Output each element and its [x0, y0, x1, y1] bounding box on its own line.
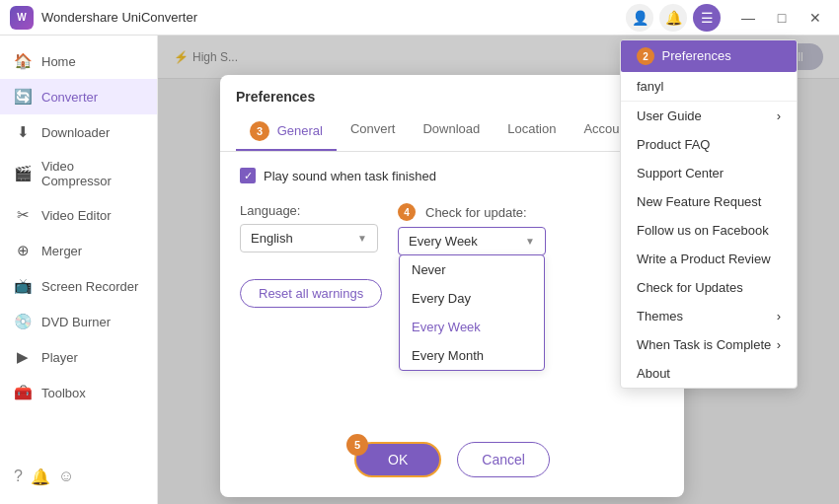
dropdown-option-every-day[interactable]: Every Day — [400, 284, 544, 313]
check-update-group: 4 Check for update: Every Week ▼ Never E… — [398, 203, 546, 255]
language-caret-icon: ▼ — [357, 233, 367, 244]
checkbox-row: ✓ Play sound when task finished — [240, 168, 664, 183]
preferences-dialog: Preferences ✕ 3 General Convert Download… — [220, 75, 684, 497]
check-update-label: Check for update: — [425, 205, 527, 220]
context-menu-about[interactable]: About — [621, 359, 797, 388]
app-logo: W — [10, 6, 34, 30]
language-value: English — [251, 231, 293, 246]
check-update-label-row: 4 Check for update: — [398, 203, 546, 221]
sidebar: 🏠 Home 🔄 Converter ⬇ Downloader 🎬 Video … — [0, 36, 158, 504]
context-menu-check-updates[interactable]: Check for Updates — [621, 273, 797, 302]
sidebar-item-label: Downloader — [41, 125, 110, 140]
sidebar-item-label: Converter — [41, 90, 98, 105]
sidebar-item-home[interactable]: 🏠 Home — [0, 43, 157, 79]
check-update-caret-icon: ▼ — [525, 236, 535, 247]
context-menu-follow-facebook[interactable]: Follow us on Facebook — [621, 216, 797, 245]
tab-download[interactable]: Download — [409, 113, 494, 151]
menu-icon[interactable]: ☰ — [693, 4, 721, 32]
sidebar-item-label: Screen Recorder — [41, 279, 138, 294]
tab-convert[interactable]: Convert — [337, 113, 410, 151]
bell-icon[interactable]: 🔔 — [31, 468, 50, 486]
play-sound-checkbox[interactable]: ✓ — [240, 168, 256, 183]
sidebar-bottom: ? 🔔 ☺ — [0, 458, 157, 496]
screen-recorder-icon: 📺 — [14, 277, 32, 295]
tab-general[interactable]: 3 General — [236, 113, 337, 151]
ok-num-badge: 5 — [346, 434, 368, 456]
app-body: 🏠 Home 🔄 Converter ⬇ Downloader 🎬 Video … — [0, 36, 839, 504]
form-row: Language: English ▼ 4 Check for update: — [240, 203, 664, 255]
maximize-button[interactable]: □ — [768, 8, 796, 28]
sidebar-item-merger[interactable]: ⊕ Merger — [0, 233, 157, 268]
ok-button[interactable]: 5 OK — [354, 442, 441, 477]
sidebar-item-video-editor[interactable]: ✂ Video Editor — [0, 197, 157, 233]
cancel-button[interactable]: Cancel — [457, 442, 550, 477]
downloader-icon: ⬇ — [14, 123, 32, 141]
player-icon: ▶ — [14, 348, 32, 366]
sidebar-item-label: Player — [41, 350, 78, 365]
context-menu-write-review[interactable]: Write a Product Review — [621, 245, 797, 273]
sidebar-item-label: Merger — [41, 244, 82, 258]
title-bar: W Wondershare UniConverter 👤 🔔 ☰ — □ ✕ — [0, 0, 839, 36]
sidebar-item-converter[interactable]: 🔄 Converter — [0, 79, 157, 114]
dialog-body: ✓ Play sound when task finished Language… — [220, 152, 684, 324]
task-arrow-icon: › — [777, 337, 781, 352]
sidebar-item-downloader[interactable]: ⬇ Downloader — [0, 114, 157, 150]
arrow-icon: › — [777, 108, 781, 123]
context-menu-when-task-complete[interactable]: When Task is Complete › — [621, 330, 797, 359]
context-menu-support-center[interactable]: Support Center — [621, 159, 797, 187]
sidebar-item-label: Toolbox — [41, 386, 86, 400]
check-update-value: Every Week — [409, 234, 478, 249]
sidebar-item-toolbox[interactable]: 🧰 Toolbox — [0, 375, 157, 410]
dialog-footer: 5 OK Cancel — [220, 442, 684, 477]
minimize-button[interactable]: — — [734, 8, 762, 28]
reset-warnings-button[interactable]: Reset all warnings — [240, 279, 382, 308]
video-editor-icon: ✂ — [14, 206, 32, 224]
language-group: Language: English ▼ — [240, 203, 378, 252]
check-update-num-badge: 4 — [398, 203, 416, 221]
help-icon[interactable]: ? — [14, 468, 23, 486]
close-button[interactable]: ✕ — [801, 8, 829, 28]
sidebar-item-label: Video Compressor — [41, 159, 143, 188]
tab-general-num: 3 — [250, 121, 269, 141]
sidebar-item-video-compressor[interactable]: 🎬 Video Compressor — [0, 150, 157, 197]
play-sound-label: Play sound when task finished — [264, 169, 436, 183]
merger-icon: ⊕ — [14, 242, 32, 259]
check-update-dropdown: Never Every Day Every Week Every Month — [399, 254, 545, 371]
context-menu: 2 Preferences fanyl User Guide › Product… — [620, 39, 798, 389]
header-icons: 👤 🔔 ☰ — [626, 4, 721, 32]
dropdown-option-never[interactable]: Never — [400, 255, 544, 284]
sidebar-item-dvd-burner[interactable]: 💿 DVD Burner — [0, 304, 157, 339]
themes-arrow-icon: › — [777, 309, 781, 324]
emoji-icon[interactable]: ☺ — [58, 468, 74, 486]
window-controls: — □ ✕ — [734, 8, 829, 28]
dropdown-option-every-week[interactable]: Every Week — [400, 313, 544, 341]
context-menu-preferences[interactable]: 2 Preferences — [621, 40, 797, 72]
dvd-burner-icon: 💿 — [14, 313, 32, 330]
sidebar-item-screen-recorder[interactable]: 📺 Screen Recorder — [0, 268, 157, 304]
sidebar-item-label: Video Editor — [41, 208, 112, 223]
dropdown-option-every-month[interactable]: Every Month — [400, 341, 544, 370]
context-menu-themes[interactable]: Themes › — [621, 302, 797, 330]
language-label: Language: — [240, 203, 378, 218]
context-menu-product-faq[interactable]: Product FAQ — [621, 130, 797, 159]
main-content: ⚡ High S... Start All Preferences ✕ 3 Ge… — [158, 36, 839, 504]
sidebar-item-label: Home — [41, 54, 76, 69]
notification-icon[interactable]: 🔔 — [659, 4, 687, 32]
converter-icon: 🔄 — [14, 88, 32, 106]
context-menu-fanyl[interactable]: fanyl — [621, 72, 797, 101]
sidebar-item-label: DVD Burner — [41, 315, 111, 329]
dialog-tabs: 3 General Convert Download Location Acco… — [220, 113, 684, 152]
user-icon[interactable]: 👤 — [626, 4, 653, 32]
language-select[interactable]: English ▼ — [240, 224, 378, 252]
tab-location[interactable]: Location — [494, 113, 570, 151]
context-menu-user-guide[interactable]: User Guide › — [621, 101, 797, 130]
toolbox-icon: 🧰 — [14, 384, 32, 401]
context-menu-new-feature[interactable]: New Feature Request — [621, 187, 797, 216]
check-update-select[interactable]: Every Week ▼ Never Every Day Every Week … — [398, 227, 546, 255]
dialog-header: Preferences ✕ — [220, 75, 684, 106]
home-icon: 🏠 — [14, 52, 32, 70]
video-compressor-icon: 🎬 — [14, 165, 32, 182]
dialog-title: Preferences — [236, 89, 315, 105]
sidebar-item-player[interactable]: ▶ Player — [0, 339, 157, 375]
